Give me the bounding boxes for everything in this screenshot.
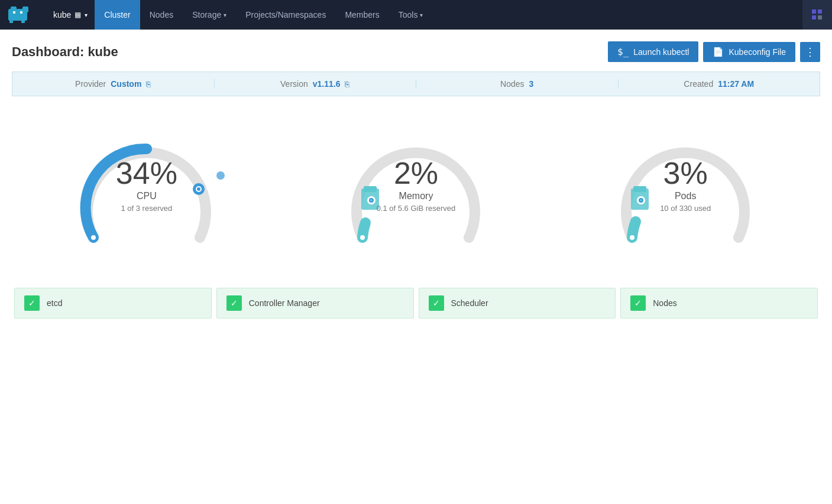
etcd-label: etcd — [47, 298, 62, 308]
cluster-icon: ▦ — [75, 11, 81, 19]
cluster-selector[interactable]: kube ▦ ▾ — [46, 0, 95, 30]
cpu-sublabel: 1 of 3 reserved — [116, 204, 177, 213]
pods-percent: 3% — [660, 158, 711, 188]
svg-rect-27 — [633, 186, 646, 192]
controller-manager-label: Controller Manager — [249, 298, 320, 308]
info-version: Version v1.11.6 ⎘ — [215, 79, 417, 89]
status-nodes: ✓ Nodes — [620, 288, 818, 318]
cpu-gauge: 34% CPU 1 of 3 reserved — [58, 122, 235, 252]
pods-knob-icon — [626, 185, 656, 217]
info-provider: Provider Custom ⎘ — [12, 79, 215, 89]
page-title: Dashboard: kube — [12, 44, 118, 60]
chevron-down-icon: ▾ — [85, 12, 88, 18]
svg-rect-20 — [364, 186, 377, 192]
svg-rect-9 — [812, 15, 816, 19]
svg-rect-5 — [9, 18, 13, 23]
grid-icon — [810, 8, 824, 22]
status-row: ✓ etcd ✓ Controller Manager ✓ Scheduler … — [12, 288, 820, 318]
pods-label: Pods — [660, 191, 711, 201]
status-scheduler: ✓ Scheduler — [419, 288, 616, 318]
pods-sublabel: 10 of 330 used — [660, 204, 711, 213]
copy-version-icon[interactable]: ⎘ — [345, 80, 349, 89]
nav-item-projects[interactable]: Projects/Namespaces — [236, 0, 335, 30]
memory-gauge: 2% Memory 0.1 of 5.6 GiB reserved — [327, 122, 504, 252]
gauges-row: 34% CPU 1 of 3 reserved — [12, 110, 820, 276]
chevron-down-icon: ▾ — [224, 12, 226, 18]
terminal-icon: $_ — [617, 46, 629, 57]
info-bar: Provider Custom ⎘ Version v1.11.6 ⎘ Node… — [12, 71, 820, 96]
grid-icon-button[interactable] — [802, 0, 832, 30]
memory-label: Memory — [377, 191, 456, 201]
svg-rect-10 — [818, 15, 822, 19]
status-etcd: ✓ etcd — [14, 288, 212, 318]
svg-point-23 — [370, 199, 373, 201]
svg-point-30 — [640, 199, 642, 201]
nodes-check-icon: ✓ — [630, 295, 646, 311]
svg-point-16 — [216, 171, 225, 180]
svg-rect-7 — [812, 9, 816, 14]
nav-item-members[interactable]: Members — [335, 0, 389, 30]
nav-items: Cluster Nodes Storage ▾ Projects/Namespa… — [95, 0, 802, 30]
cluster-name: kube — [53, 10, 71, 19]
memory-gauge-center: 2% Memory 0.1 of 5.6 GiB reserved — [377, 158, 456, 213]
svg-rect-6 — [21, 18, 25, 23]
cpu-label: CPU — [116, 191, 177, 201]
hippo-svg-icon — [7, 4, 39, 25]
chevron-down-icon: ▾ — [420, 12, 423, 18]
brand-logo[interactable] — [0, 0, 46, 30]
navbar: kube ▦ ▾ Cluster Nodes Storage ▾ Project… — [0, 0, 832, 30]
kubeconfig-file-button[interactable]: 📄 Kubeconfig File — [703, 42, 795, 62]
controller-manager-check-icon: ✓ — [226, 295, 242, 311]
status-controller-manager: ✓ Controller Manager — [216, 288, 414, 318]
svg-rect-8 — [818, 9, 822, 14]
etcd-check-icon: ✓ — [24, 295, 40, 311]
more-options-button[interactable]: ⋮ — [800, 42, 820, 62]
copy-provider-icon[interactable]: ⎘ — [146, 80, 151, 89]
svg-point-15 — [197, 187, 200, 191]
svg-point-12 — [91, 235, 96, 240]
pods-gauge-center: 3% Pods 10 of 330 used — [660, 158, 711, 213]
nav-item-cluster[interactable]: Cluster — [95, 0, 140, 30]
launch-kubectl-button[interactable]: $_ Launch kubectl — [608, 41, 698, 62]
nav-item-storage[interactable]: Storage ▾ — [183, 0, 236, 30]
nodes-label: Nodes — [653, 298, 676, 308]
svg-point-18 — [360, 235, 365, 240]
pods-gauge: 3% Pods 10 of 330 used — [597, 122, 774, 252]
svg-rect-3 — [13, 11, 15, 14]
svg-point-25 — [630, 235, 634, 240]
svg-rect-2 — [22, 6, 28, 12]
page-header: Dashboard: kube $_ Launch kubectl 📄 Kube… — [12, 41, 820, 62]
memory-sublabel: 0.1 of 5.6 GiB reserved — [377, 204, 456, 213]
info-created: Created 11:27 AM — [619, 79, 820, 89]
file-icon: 📄 — [713, 47, 724, 57]
scheduler-check-icon: ✓ — [429, 295, 444, 311]
cpu-percent: 34% — [116, 158, 177, 188]
page-content: Dashboard: kube $_ Launch kubectl 📄 Kube… — [0, 30, 832, 504]
nav-item-nodes[interactable]: Nodes — [140, 0, 183, 30]
memory-percent: 2% — [377, 158, 456, 188]
info-nodes: Nodes 3 — [416, 79, 619, 89]
navbar-right — [802, 0, 832, 30]
scheduler-label: Scheduler — [451, 298, 488, 308]
cpu-gauge-center: 34% CPU 1 of 3 reserved — [116, 158, 177, 213]
svg-rect-4 — [20, 11, 22, 14]
nav-item-tools[interactable]: Tools ▾ — [389, 0, 433, 30]
header-buttons: $_ Launch kubectl 📄 Kubeconfig File ⋮ — [608, 41, 820, 62]
